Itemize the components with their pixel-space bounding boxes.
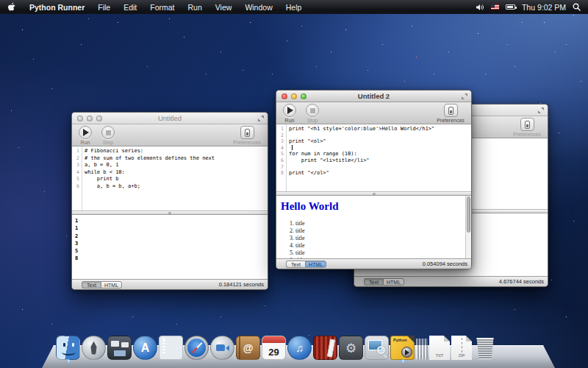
untitled2-traffic-lights[interactable]: [282, 93, 306, 99]
output-mode-switch: Text HTML: [82, 281, 122, 289]
menu-format[interactable]: Format: [143, 3, 181, 12]
dock: A @ 29 ♫ ⚙ Python TXT ZIP: [56, 330, 497, 360]
tab-html[interactable]: HTML: [305, 261, 326, 268]
run-button[interactable]: [79, 126, 92, 139]
input-flag-icon[interactable]: [491, 4, 499, 10]
splitter-grip-icon: [168, 212, 171, 214]
tab-text[interactable]: Text: [364, 278, 383, 286]
menu-window[interactable]: Window: [238, 3, 279, 12]
tab-html[interactable]: HTML: [101, 281, 122, 289]
list-item: title: [295, 220, 464, 227]
play-icon: [401, 347, 412, 358]
menu-run[interactable]: Run: [182, 3, 209, 12]
menu-edit[interactable]: Edit: [117, 3, 143, 12]
zoom-button[interactable]: [301, 93, 306, 99]
txt-document-icon[interactable]: TXT: [429, 336, 450, 360]
untitled-titlebar[interactable]: Untitled: [72, 113, 268, 124]
code-editor[interactable]: 1print "<h1 style='color:blue'>Hello Wor…: [276, 124, 471, 191]
preferences-button[interactable]: [520, 118, 534, 131]
running-indicator: [401, 359, 405, 363]
window-untitled: Untitled Run Stop Preferences 1# Fibonac…: [71, 112, 268, 290]
list-item: title: [295, 227, 464, 235]
tab-text[interactable]: Text: [286, 261, 305, 268]
scrollbar-thumb[interactable]: [467, 197, 470, 233]
window-untitled-2: Untitled 2 Run Stop Preferences 1print "…: [276, 90, 472, 269]
untitled2-titlebar[interactable]: Untitled 2: [276, 91, 471, 102]
preview-icon[interactable]: [365, 336, 389, 360]
gear-icon: ⚙: [345, 341, 356, 355]
output-mode-switch: Text HTML: [286, 261, 326, 268]
tab-text[interactable]: Text: [82, 281, 101, 289]
untitled-statusbar: Text HTML 0.184121 seconds: [72, 279, 268, 289]
switch-icon: [525, 121, 530, 129]
text-output: 1 1 2 3 5 8: [72, 215, 268, 263]
text-cursor: [292, 145, 293, 150]
menu-view[interactable]: View: [209, 3, 239, 12]
photo-booth-icon[interactable]: [313, 336, 337, 360]
menu-help[interactable]: Help: [279, 3, 309, 12]
zoom-button[interactable]: [96, 116, 102, 121]
battery-icon[interactable]: [506, 4, 515, 10]
elapsed-time: 4.676744 seconds: [499, 278, 544, 285]
address-book-icon[interactable]: @: [236, 336, 260, 360]
launchpad-icon[interactable]: [82, 336, 106, 360]
output-mode-switch: Text HTML: [364, 278, 404, 286]
window-title: Untitled: [158, 114, 182, 122]
untitled2-statusbar: Text HTML 0.054094 seconds: [276, 258, 471, 269]
system-preferences-icon[interactable]: ⚙: [339, 336, 363, 360]
rocket-icon: [90, 342, 97, 355]
scrollbar[interactable]: [465, 196, 471, 258]
code-editor[interactable]: 1# Fibonacci series: 2# the sum of two e…: [72, 146, 268, 210]
magnifier-icon: [377, 346, 385, 354]
finder-icon[interactable]: [56, 336, 80, 360]
minimize-button[interactable]: [291, 93, 297, 99]
fullscreen-icon[interactable]: [258, 116, 264, 121]
python-runner-icon[interactable]: Python: [390, 336, 415, 360]
stop-button[interactable]: [101, 126, 115, 139]
tab-html[interactable]: HTML: [383, 278, 404, 286]
window-title: Untitled 2: [358, 92, 390, 100]
volume-icon[interactable]: [476, 4, 484, 11]
safari-icon[interactable]: [184, 336, 209, 360]
output-pane[interactable]: Hello World title title title title titl…: [276, 196, 471, 258]
untitled-toolbar: Run Stop Preferences: [72, 124, 268, 146]
switch-icon: [448, 107, 453, 115]
mission-control-icon[interactable]: [107, 336, 132, 360]
calendar-icon[interactable]: 29: [262, 336, 286, 360]
spotlight-icon[interactable]: [573, 3, 581, 11]
close-button[interactable]: [282, 93, 287, 99]
fullscreen-icon[interactable]: [462, 93, 467, 99]
facetime-icon[interactable]: [210, 336, 234, 360]
minimize-button[interactable]: [87, 116, 93, 121]
hello-world-heading: Hello World: [281, 200, 464, 213]
calendar-day: 29: [268, 347, 279, 358]
untitled-traffic-lights[interactable]: [77, 116, 102, 121]
fullscreen-icon[interactable]: [538, 107, 544, 113]
list-item: title: [295, 235, 464, 242]
output-pane[interactable]: 1 1 2 3 5 8: [72, 215, 268, 279]
menu-file[interactable]: File: [91, 3, 117, 12]
run-button[interactable]: [283, 104, 296, 117]
apple-menu-icon[interactable]: [0, 2, 23, 12]
list-item: title: [295, 250, 464, 257]
menu-clock[interactable]: Thu 9:02 PM: [522, 3, 566, 12]
running-indicator: [67, 359, 71, 363]
compass-needle-icon: [191, 342, 202, 353]
zip-archive-icon[interactable]: ZIP: [451, 336, 472, 360]
stop-button[interactable]: [306, 104, 319, 117]
mail-icon[interactable]: [159, 336, 183, 360]
itunes-icon[interactable]: ♫: [287, 336, 312, 360]
elapsed-time: 0.184121 seconds: [219, 281, 264, 288]
list-item: title: [295, 242, 464, 250]
preferences-button[interactable]: [444, 104, 458, 117]
menu-app-name[interactable]: Python Runner: [23, 3, 91, 12]
switch-icon: [245, 129, 250, 137]
rendered-list: title title title title title title: [279, 220, 464, 258]
close-button[interactable]: [77, 116, 83, 121]
app-store-icon[interactable]: A: [133, 336, 157, 360]
preferences-button[interactable]: [240, 126, 254, 139]
menu-bar: Python Runner File Edit Format Run View …: [0, 0, 588, 14]
trash-icon[interactable]: [476, 338, 495, 359]
background-window-statusbar: Text HTML 4.676744 seconds: [354, 276, 548, 286]
splitter-grip-icon: [373, 193, 376, 195]
